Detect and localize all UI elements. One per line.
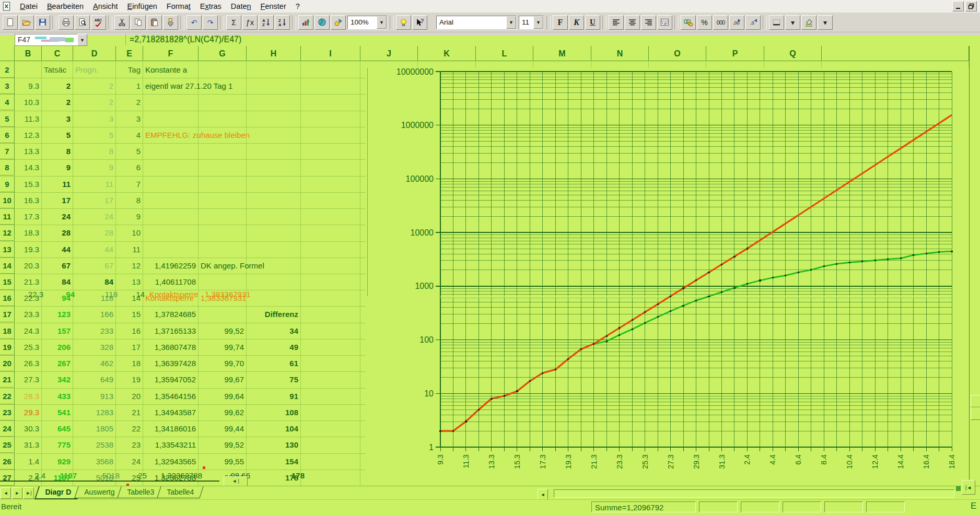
column-header-B[interactable]: B bbox=[15, 46, 42, 61]
first-tab-fragment-button[interactable]: |◄ bbox=[962, 480, 975, 495]
cell-E11[interactable]: 9 bbox=[116, 208, 143, 225]
sort-descending-button[interactable]: ZA bbox=[275, 15, 290, 30]
column-header-K[interactable]: K bbox=[418, 46, 476, 61]
menu-item-extras[interactable]: Extras bbox=[195, 1, 226, 11]
cell-H17[interactable]: Differenz bbox=[247, 306, 301, 322]
paste-function-button[interactable]: ƒx bbox=[242, 15, 258, 30]
cell-C21[interactable]: 342 bbox=[42, 371, 73, 388]
percent-button[interactable]: % bbox=[697, 15, 712, 30]
cell-F21[interactable]: 1,35947052 bbox=[143, 371, 199, 388]
cell-G25[interactable]: 99,52 bbox=[199, 437, 247, 453]
cell-B18[interactable]: 24.3 bbox=[15, 323, 42, 339]
cell-C6[interactable]: 5 bbox=[42, 127, 73, 143]
row-header-26[interactable]: 26 bbox=[0, 453, 15, 470]
cell-G18[interactable]: 99,52 bbox=[199, 323, 247, 339]
cell-G20[interactable]: 99,70 bbox=[199, 355, 247, 371]
cell-B26[interactable]: 1.4 bbox=[15, 453, 42, 470]
cell-G21[interactable]: 99,67 bbox=[199, 371, 247, 388]
row-header-11[interactable]: 11 bbox=[0, 208, 15, 225]
cell-C9[interactable]: 11 bbox=[42, 176, 73, 192]
menu-item-daten[interactable]: Daten bbox=[226, 1, 256, 11]
cell-B17[interactable]: 23.3 bbox=[15, 306, 42, 322]
copy-button[interactable] bbox=[131, 15, 146, 30]
hscroll-left-button[interactable]: ◄ bbox=[538, 489, 548, 500]
cell-E24[interactable]: 22 bbox=[116, 420, 143, 437]
cell-H22[interactable]: 91 bbox=[247, 388, 301, 404]
cell-H27[interactable]: 178 bbox=[247, 470, 301, 486]
cell-C13[interactable]: 44 bbox=[42, 241, 73, 258]
cell-F15[interactable]: 1,40611708 bbox=[143, 274, 199, 290]
print-preview-button[interactable] bbox=[75, 15, 90, 30]
paste-button[interactable] bbox=[147, 15, 162, 30]
cell-C23[interactable]: 541 bbox=[42, 404, 73, 420]
cell-B9[interactable]: 15.3 bbox=[15, 176, 42, 192]
name-box[interactable]: F47 bbox=[15, 34, 80, 46]
cell-D16[interactable]: 118 bbox=[73, 290, 116, 306]
cell-B23[interactable]: 29.3 bbox=[15, 404, 42, 420]
cell-B27[interactable]: 2.4 bbox=[15, 470, 42, 486]
cell-E27[interactable]: 25 bbox=[116, 470, 143, 486]
column-header-M[interactable]: M bbox=[533, 46, 591, 61]
cell-D12[interactable]: 28 bbox=[73, 225, 116, 241]
column-header-C[interactable]: C bbox=[42, 46, 73, 61]
cell-F25[interactable]: 1,33543211 bbox=[143, 437, 199, 453]
cell-H20[interactable]: 61 bbox=[247, 355, 301, 371]
cell-C18[interactable]: 157 bbox=[42, 323, 73, 339]
menu-item-format[interactable]: Format bbox=[162, 1, 195, 11]
cell-D2[interactable]: Progn. bbox=[73, 62, 118, 78]
cell-C25[interactable]: 775 bbox=[42, 437, 73, 453]
prev-sheet-button[interactable]: ► bbox=[12, 487, 22, 499]
cell-D20[interactable]: 462 bbox=[73, 355, 116, 371]
row-header-9[interactable]: 9 bbox=[0, 176, 15, 192]
column-header-O[interactable]: O bbox=[649, 46, 706, 61]
cell-G16[interactable]: 1,383367931 bbox=[199, 290, 249, 306]
cell-D3[interactable]: 2 bbox=[73, 78, 116, 94]
row-header-10[interactable]: 10 bbox=[0, 192, 15, 208]
cell-E18[interactable]: 16 bbox=[116, 323, 143, 339]
cell-B5[interactable]: 11.3 bbox=[15, 111, 42, 127]
sheet-tab-auswertg[interactable]: Auswertg bbox=[74, 486, 124, 498]
cell-F20[interactable]: 1,36397428 bbox=[143, 355, 199, 371]
font-size-select-arrow[interactable]: ▼ bbox=[533, 16, 543, 29]
cell-D15[interactable]: 84 bbox=[73, 274, 116, 290]
align-left-button[interactable] bbox=[609, 15, 624, 30]
cell-E8[interactable]: 6 bbox=[116, 159, 143, 175]
cell-D25[interactable]: 2538 bbox=[73, 437, 116, 453]
cell-C11[interactable]: 24 bbox=[42, 208, 73, 225]
cell-C24[interactable]: 645 bbox=[42, 420, 73, 437]
cell-C19[interactable]: 206 bbox=[42, 339, 73, 355]
cell-F23[interactable]: 1,34943587 bbox=[143, 404, 199, 420]
cell-E10[interactable]: 8 bbox=[116, 192, 143, 208]
column-header-G[interactable]: G bbox=[199, 46, 247, 61]
cell-B22[interactable]: 28.3 bbox=[15, 388, 42, 404]
row-header-14[interactable]: 14 bbox=[0, 258, 15, 274]
vscroll-fragment-box[interactable] bbox=[971, 407, 980, 420]
cell-D10[interactable]: 17 bbox=[73, 192, 116, 208]
cell-D27[interactable]: 5018 bbox=[73, 470, 116, 486]
row-header-25[interactable]: 25 bbox=[0, 437, 15, 453]
cell-B12[interactable]: 18.3 bbox=[15, 225, 42, 241]
zoom-select-arrow[interactable]: ▼ bbox=[377, 16, 387, 29]
borders-arrow-button[interactable]: ▾ bbox=[785, 15, 800, 30]
cell-B7[interactable]: 13.3 bbox=[15, 143, 42, 159]
cell-F26[interactable]: 1,32943565 bbox=[143, 453, 199, 470]
cell-D14[interactable]: 67 bbox=[73, 258, 116, 274]
cell-G23[interactable]: 99,62 bbox=[199, 404, 247, 420]
row-header-24[interactable]: 24 bbox=[0, 420, 15, 437]
cell-B10[interactable]: 16.3 bbox=[15, 192, 42, 208]
row-header-20[interactable]: 20 bbox=[0, 355, 15, 371]
vscroll-fragment-box[interactable] bbox=[971, 395, 980, 407]
chart-object[interactable]: 1101001000100001000001000000100000009.31… bbox=[366, 68, 980, 486]
cell-G26[interactable]: 99,55 bbox=[199, 453, 247, 470]
row-header-27[interactable]: 27 bbox=[0, 470, 15, 486]
align-center-button[interactable] bbox=[625, 15, 640, 30]
cell-H19[interactable]: 49 bbox=[247, 339, 301, 355]
cell-H25[interactable]: 130 bbox=[247, 437, 301, 453]
bold-button[interactable]: F bbox=[553, 15, 568, 30]
cell-H21[interactable]: 75 bbox=[247, 371, 301, 388]
cell-C7[interactable]: 8 bbox=[42, 143, 73, 159]
cell-F6[interactable]: EMPFEHLG: zuhause bleiben bbox=[143, 127, 201, 143]
cell-E7[interactable]: 5 bbox=[116, 143, 143, 159]
row-header-3[interactable]: 3 bbox=[0, 78, 15, 94]
undo-button[interactable]: ↶ bbox=[186, 15, 202, 30]
